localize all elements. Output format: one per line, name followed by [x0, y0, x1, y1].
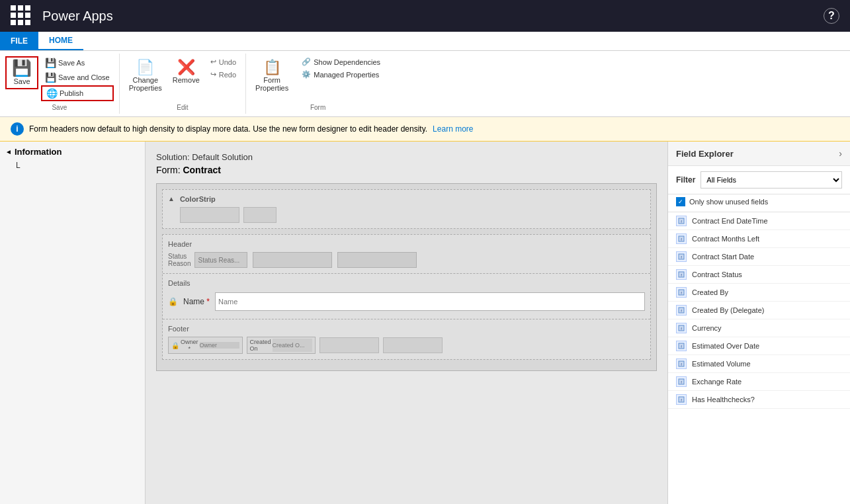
form-properties-label: FormProperties [255, 76, 288, 92]
form-name: Contract [183, 165, 221, 175]
publish-icon: 🌐 [46, 88, 57, 99]
tab-file[interactable]: FILE [0, 32, 38, 50]
field-explorer-title: Field Explorer [676, 149, 734, 159]
left-sidebar: ◄ Information L [0, 142, 146, 504]
ribbon-content: 💾 Save 💾 Save As 💾 Save and Close 🌐 Publ… [0, 51, 850, 116]
field-list: f Contract End DateTime f Contract Month… [668, 212, 850, 504]
header-details-section: Header StatusReason Details 🔒 [162, 234, 651, 360]
field-list-item[interactable]: f Contract End DateTime [668, 212, 850, 230]
field-type-icon: f [676, 323, 687, 333]
managed-properties-button[interactable]: ⚙️ Managed Properties [298, 69, 384, 80]
show-dependencies-label: Show Dependencies [314, 58, 380, 66]
field-item-name: Contract Months Left [692, 235, 759, 243]
field-list-item[interactable]: f Exchange Rate [668, 373, 850, 391]
filter-label: Filter [676, 175, 695, 185]
created-group: Created On [247, 337, 316, 354]
sidebar-title: Information [15, 147, 62, 157]
panel-header: Field Explorer › [668, 142, 850, 166]
field-type-icon: f [676, 394, 687, 405]
help-button[interactable]: ? [824, 8, 839, 24]
sidebar-item-l[interactable]: L [5, 159, 140, 171]
field-list-item[interactable]: f Contract Start Date [668, 248, 850, 266]
colorstrip-content: ColorStrip [180, 195, 276, 223]
colorstrip-section[interactable]: ▲ ColorStrip [162, 189, 651, 229]
footer-label: Footer [168, 325, 645, 333]
status-reason-label: StatusReason [168, 253, 191, 267]
managed-props-icon: ⚙️ [302, 70, 311, 79]
panel-expand-icon[interactable]: › [839, 148, 842, 159]
field-list-item[interactable]: f Contract Status [668, 266, 850, 284]
publish-button[interactable]: 🌐 Publish [41, 85, 114, 101]
save-close-icon: 💾 [45, 72, 56, 83]
owner-label-block: Owner * [181, 339, 198, 352]
tab-home[interactable]: HOME [38, 32, 83, 50]
ribbon-group-edit: 📄 ChangeProperties ❌ Remove ↩ Undo ↪ Red… [120, 54, 246, 114]
field-item-name: Estimated Over Date [692, 342, 759, 350]
filter-select[interactable]: All Fields [701, 171, 842, 189]
header-title: Header [168, 240, 645, 248]
save-as-icon: 💾 [45, 58, 56, 68]
info-message: Form headers now default to high density… [29, 124, 427, 134]
info-bar: i Form headers now default to high densi… [0, 117, 850, 142]
solution-label: Solution: Default Solution [156, 152, 657, 162]
footer-section: Footer 🔒 Owner * Created [163, 319, 650, 359]
header-field-2 [253, 252, 332, 268]
field-list-item[interactable]: f Created By [668, 284, 850, 302]
field-list-item[interactable]: f Estimated Over Date [668, 337, 850, 355]
field-type-icon: f [676, 341, 687, 351]
redo-button[interactable]: ↪ Redo [206, 69, 240, 80]
footer-field-3 [319, 337, 379, 353]
field-type-icon: f [676, 376, 687, 387]
change-properties-button[interactable]: 📄 ChangeProperties [125, 56, 166, 95]
created-label-block: Created On [250, 339, 271, 352]
save-button[interactable]: 💾 Save [5, 56, 38, 89]
remove-icon: ❌ [177, 59, 195, 76]
field-item-name: Estimated Volume [692, 360, 751, 368]
managed-properties-label: Managed Properties [314, 71, 379, 79]
colorstrip-field-2 [243, 207, 276, 223]
field-list-item[interactable]: f Created By (Delegate) [668, 302, 850, 319]
field-item-name: Created By (Delegate) [692, 306, 764, 314]
info-icon: i [11, 122, 24, 136]
field-item-name: Contract Status [692, 271, 742, 278]
required-star: * [206, 297, 210, 306]
field-list-item[interactable]: f Has Healthchecks? [668, 391, 850, 409]
remove-button[interactable]: ❌ Remove [169, 56, 204, 87]
save-icon: 💾 [12, 60, 32, 76]
sidebar-header: ◄ Information [5, 147, 140, 157]
field-item-name: Contract Start Date [692, 253, 754, 261]
form-group-label: Form [310, 101, 325, 111]
field-type-icon: f [676, 358, 687, 369]
ribbon-tabs: FILE HOME [0, 32, 850, 51]
save-close-button[interactable]: 💾 Save and Close [41, 71, 114, 84]
remove-label: Remove [173, 76, 200, 84]
right-panel: Field Explorer › Filter All Fields ✓ Onl… [667, 142, 850, 504]
created-on-input[interactable] [273, 339, 312, 352]
learn-more-link[interactable]: Learn more [433, 124, 473, 134]
ribbon-group-save: 💾 Save 💾 Save As 💾 Save and Close 🌐 Publ… [0, 54, 120, 114]
undo-button[interactable]: ↩ Undo [206, 56, 240, 67]
edit-group-label: Edit [177, 101, 188, 111]
owner-input[interactable] [200, 342, 239, 349]
name-input[interactable] [215, 292, 645, 311]
waffle-icon[interactable] [11, 5, 32, 26]
header-section: Header StatusReason [163, 235, 650, 274]
form-group-btns: 🔗 Show Dependencies ⚙️ Managed Propertie… [298, 56, 384, 80]
save-as-label: Save As [58, 59, 85, 67]
publish-label: Publish [60, 89, 83, 97]
field-list-item[interactable]: f Contract Months Left [668, 230, 850, 248]
sidebar-collapse-icon[interactable]: ◄ [5, 148, 12, 155]
save-as-button[interactable]: 💾 Save As [41, 56, 114, 69]
field-item-name: Exchange Rate [692, 378, 742, 386]
details-section: Details 🔒 Name * [163, 274, 650, 319]
unused-fields-checkbox[interactable]: ✓ [676, 197, 685, 206]
field-list-item[interactable]: f Estimated Volume [668, 355, 850, 373]
status-reason-input[interactable] [194, 252, 247, 268]
form-properties-button[interactable]: 📋 FormProperties [251, 56, 292, 95]
details-label: Details [168, 279, 645, 287]
change-properties-label: ChangeProperties [129, 76, 162, 92]
show-dependencies-button[interactable]: 🔗 Show Dependencies [298, 56, 384, 67]
field-item-name: Created By [692, 288, 728, 296]
field-item-name: Contract End DateTime [692, 217, 768, 225]
field-list-item[interactable]: f Currency [668, 319, 850, 337]
